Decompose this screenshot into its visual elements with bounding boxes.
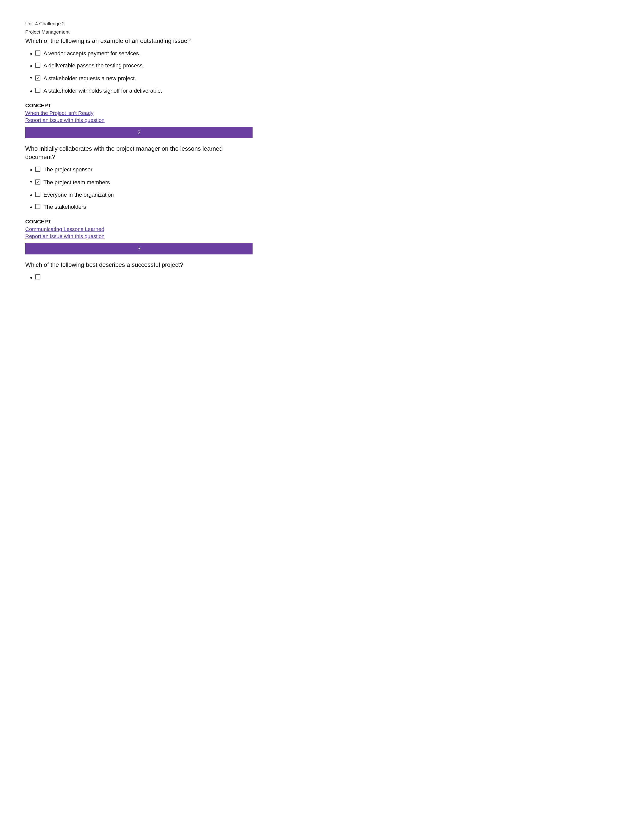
list-item xyxy=(35,273,253,280)
unit-line-1: Unit 4 Challenge 2 xyxy=(25,20,253,27)
question-3-options xyxy=(25,273,253,280)
option-label-q2o3: Everyone in the organization xyxy=(43,191,114,199)
option-row: A deliverable passes the testing process… xyxy=(35,62,253,70)
list-item: A vendor accepts payment for services. xyxy=(35,50,253,58)
option-label-q2o2: The project team members xyxy=(43,179,110,187)
option-row: A vendor accepts payment for services. xyxy=(35,50,253,58)
question-1: Unit 4 Challenge 2 Project Management Wh… xyxy=(25,20,253,138)
concept-section-1: CONCEPT When the Project isn't Ready Rep… xyxy=(25,103,253,123)
checkbox-q2o3[interactable] xyxy=(35,192,40,197)
concept-link-2[interactable]: Communicating Lessons Learned xyxy=(25,226,253,232)
list-item: A deliverable passes the testing process… xyxy=(35,62,253,70)
option-row: The project sponsor xyxy=(35,166,253,174)
option-row xyxy=(35,273,253,280)
option-label-q2o1: The project sponsor xyxy=(43,166,92,174)
question-3-text: Which of the following best describes a … xyxy=(25,261,253,269)
report-link-1[interactable]: Report an issue with this question xyxy=(25,117,253,123)
option-label-q1o2: A deliverable passes the testing process… xyxy=(43,62,144,70)
option-row: A stakeholder withholds signoff for a de… xyxy=(35,87,253,95)
checkbox-q1o3[interactable] xyxy=(35,76,40,80)
option-label-q2o4: The stakeholders xyxy=(43,203,86,211)
checkbox-q2o2[interactable] xyxy=(35,180,40,185)
checkbox-q1o2[interactable] xyxy=(35,63,40,68)
unit-line-2: Project Management xyxy=(25,29,253,36)
question-3: Which of the following best describes a … xyxy=(25,261,253,280)
list-item: A stakeholder withholds signoff for a de… xyxy=(35,87,253,95)
option-row: The stakeholders xyxy=(35,203,253,211)
question-divider-bar-3: 3 xyxy=(25,243,253,254)
report-link-2[interactable]: Report an issue with this question xyxy=(25,233,253,239)
question-2: Who initially collaborates with the proj… xyxy=(25,145,253,254)
option-row: The project team members xyxy=(35,179,253,187)
option-row: Everyone in the organization xyxy=(35,191,253,199)
question-2-options: The project sponsor The project team mem… xyxy=(25,166,253,211)
list-item: The project sponsor xyxy=(35,166,253,174)
checkbox-q1o4[interactable] xyxy=(35,88,40,93)
list-item: The project team members xyxy=(35,178,253,187)
checkbox-q3o1[interactable] xyxy=(35,274,40,280)
list-item: Everyone in the organization xyxy=(35,191,253,199)
question-1-text: Which of the following is an example of … xyxy=(25,37,253,45)
option-row: A stakeholder requests a new project. xyxy=(35,75,253,82)
question-1-options: A vendor accepts payment for services. A… xyxy=(25,50,253,95)
concept-title-1: CONCEPT xyxy=(25,103,253,109)
option-label-q1o4: A stakeholder withholds signoff for a de… xyxy=(43,87,162,95)
concept-title-2: CONCEPT xyxy=(25,219,253,225)
option-label-q1o3: A stakeholder requests a new project. xyxy=(43,75,136,82)
concept-section-2: CONCEPT Communicating Lessons Learned Re… xyxy=(25,219,253,239)
option-label-q1o1: A vendor accepts payment for services. xyxy=(43,50,140,58)
question-divider-bar-2: 2 xyxy=(25,127,253,138)
checkbox-q1o1[interactable] xyxy=(35,50,40,56)
list-item: The stakeholders xyxy=(35,203,253,211)
concept-link-1[interactable]: When the Project isn't Ready xyxy=(25,110,253,116)
list-item: A stakeholder requests a new project. xyxy=(35,74,253,82)
checkbox-q2o1[interactable] xyxy=(35,167,40,172)
checkbox-q2o4[interactable] xyxy=(35,204,40,209)
question-2-text: Who initially collaborates with the proj… xyxy=(25,145,253,161)
